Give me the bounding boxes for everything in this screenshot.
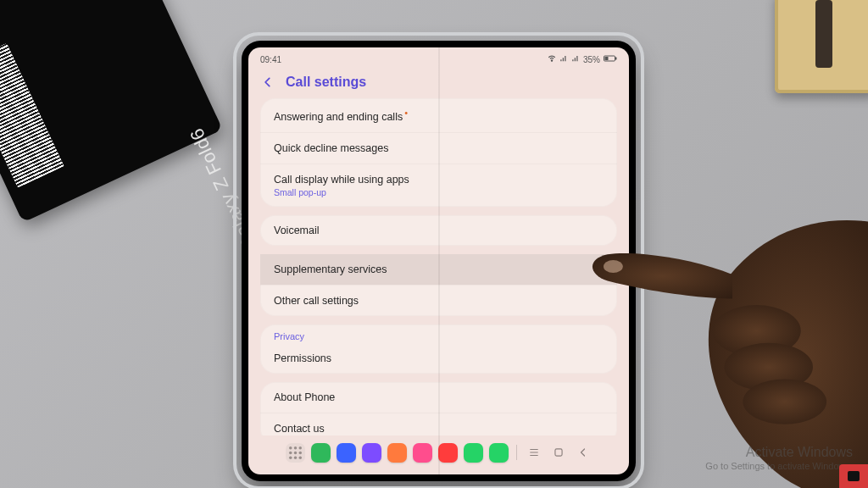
svg-point-8 bbox=[293, 451, 296, 453]
svg-point-6 bbox=[298, 446, 301, 449]
svg-point-12 bbox=[298, 456, 301, 458]
signal-icon-2 bbox=[571, 54, 580, 64]
row-label: Permissions bbox=[274, 352, 604, 364]
product-box: Galaxy Z Fold6 bbox=[0, 0, 223, 223]
nav-home-button[interactable] bbox=[549, 443, 568, 462]
settings-card-voicemail: Voicemail bbox=[260, 215, 617, 246]
row-label: Other call settings bbox=[274, 295, 604, 307]
row-label: About Phone bbox=[274, 391, 604, 403]
row-label: Call display while using apps bbox=[274, 174, 604, 186]
wooden-clamp bbox=[775, 0, 868, 93]
dock-app-orange-icon[interactable] bbox=[387, 443, 407, 463]
channel-logo bbox=[839, 464, 868, 488]
status-time: 09:41 bbox=[260, 55, 281, 64]
dock-app-messages-icon[interactable] bbox=[337, 443, 356, 463]
row-sublabel: Small pop-up bbox=[274, 187, 604, 197]
svg-point-9 bbox=[298, 451, 301, 453]
svg-point-0 bbox=[551, 60, 552, 61]
status-bar: 09:41 35% bbox=[248, 47, 629, 68]
row-call-display[interactable]: Call display while using apps Small pop-… bbox=[260, 164, 617, 207]
signal-icon bbox=[559, 54, 568, 64]
dock-app-pink-icon[interactable] bbox=[413, 443, 432, 463]
row-about-phone[interactable]: About Phone bbox=[260, 382, 617, 413]
svg-rect-16 bbox=[554, 449, 561, 456]
settings-card-supplementary: Supplementary services Other call settin… bbox=[260, 254, 617, 316]
device-screen: 09:41 35% bbox=[248, 47, 629, 474]
barcode-sticker bbox=[0, 43, 64, 187]
status-right-cluster: 35% bbox=[548, 54, 617, 64]
row-label: Answering and ending calls• bbox=[274, 108, 604, 123]
new-dot-icon: • bbox=[404, 108, 408, 118]
settings-card-about: About Phone Contact us bbox=[260, 382, 617, 435]
row-label: Quick decline messages bbox=[274, 142, 604, 154]
svg-rect-2 bbox=[615, 58, 617, 60]
dock-app-browser-icon[interactable] bbox=[362, 443, 381, 463]
svg-point-5 bbox=[293, 446, 296, 449]
row-label: Supplementary services bbox=[274, 263, 604, 275]
svg-point-10 bbox=[289, 456, 292, 458]
nav-back-button[interactable] bbox=[574, 443, 593, 462]
svg-point-18 bbox=[725, 343, 814, 391]
dock-app-drawer-icon[interactable] bbox=[286, 443, 305, 463]
row-label: Voicemail bbox=[274, 225, 604, 236]
row-voicemail[interactable]: Voicemail bbox=[260, 215, 617, 246]
row-other-call-settings[interactable]: Other call settings bbox=[260, 285, 617, 316]
taskbar-dock bbox=[248, 435, 629, 474]
watermark-line2: Go to Settings to activate Windows. bbox=[705, 461, 853, 473]
photo-scene: Galaxy Z Fold6 09:41 35% bbox=[0, 0, 868, 488]
dock-app-phone-icon[interactable] bbox=[311, 443, 331, 463]
battery-text: 35% bbox=[583, 55, 600, 64]
row-quick-decline[interactable]: Quick decline messages bbox=[260, 132, 617, 164]
activate-windows-watermark: Activate Windows Go to Settings to activ… bbox=[705, 444, 853, 473]
svg-point-11 bbox=[293, 456, 296, 458]
page-title: Call settings bbox=[286, 75, 366, 90]
dock-app-youtube-icon[interactable] bbox=[438, 443, 458, 463]
dock-app-whatsapp-icon[interactable] bbox=[464, 443, 483, 463]
row-contact-us[interactable]: Contact us bbox=[260, 413, 617, 435]
row-answering-ending[interactable]: Answering and ending calls• bbox=[260, 98, 617, 132]
section-header-privacy: Privacy bbox=[260, 324, 617, 343]
settings-card-privacy: Privacy Permissions bbox=[260, 324, 617, 374]
wifi-icon bbox=[548, 54, 556, 64]
dock-divider bbox=[516, 445, 517, 460]
svg-point-7 bbox=[289, 451, 292, 453]
svg-point-17 bbox=[712, 305, 801, 357]
dock-app-whatsapp2-icon[interactable] bbox=[489, 443, 509, 463]
device-frame: 09:41 35% bbox=[242, 41, 636, 481]
settings-card-calls: Answering and ending calls• Quick declin… bbox=[260, 98, 617, 207]
back-button[interactable] bbox=[260, 75, 275, 90]
nav-recents-button[interactable] bbox=[525, 443, 543, 462]
watermark-line1: Activate Windows bbox=[705, 444, 853, 461]
row-label: Contact us bbox=[274, 423, 604, 435]
page-header: Call settings bbox=[248, 68, 629, 98]
battery-icon bbox=[604, 54, 617, 64]
row-permissions[interactable]: Permissions bbox=[260, 343, 617, 374]
svg-point-4 bbox=[289, 446, 292, 449]
svg-rect-3 bbox=[605, 57, 609, 60]
svg-point-19 bbox=[743, 380, 826, 424]
settings-scroll-area[interactable]: Answering and ending calls• Quick declin… bbox=[248, 98, 629, 435]
row-supplementary-services[interactable]: Supplementary services bbox=[260, 254, 617, 285]
